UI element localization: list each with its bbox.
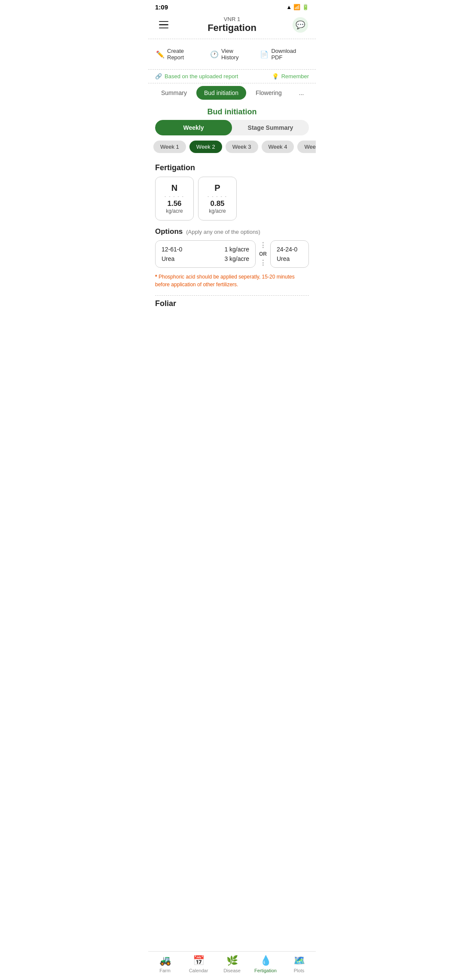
- chat-icon: 💬: [293, 17, 308, 33]
- tab-flowering[interactable]: Flowering: [248, 86, 290, 100]
- or-dot-bottom: ⋮: [259, 259, 266, 267]
- status-time: 1:09: [155, 3, 168, 11]
- download-pdf-icon: 📄: [260, 50, 269, 58]
- info-left-text: Based on the uploaded report: [165, 73, 238, 80]
- remember-icon: 💡: [272, 73, 279, 80]
- signal-icon: 📶: [293, 4, 300, 10]
- nutrient-n-unit: kg/acre: [163, 208, 186, 214]
- option-b-card: 24-24-0 Urea: [270, 240, 309, 268]
- info-bar: 🔗 Based on the uploaded report 💡 Remembe…: [148, 70, 316, 83]
- nutrient-p-unit: kg/acre: [206, 208, 229, 214]
- week-row: Week 1 Week 2 Week 3 Week 4 Week 5 Wee..…: [148, 141, 316, 158]
- or-label: OR: [259, 251, 267, 257]
- option-b-product-2: Urea: [277, 255, 290, 262]
- battery-icon: 🔋: [302, 4, 309, 10]
- info-icon: 🔗: [155, 73, 162, 80]
- note-star: *: [155, 274, 159, 280]
- tabs-row: Summary Bud initiation Flowering ...: [148, 83, 316, 102]
- header-title: Fertigation: [208, 22, 256, 34]
- download-pdf-button[interactable]: 📄 Download PDF: [256, 45, 312, 63]
- download-pdf-label: Download PDF: [271, 48, 308, 61]
- info-right[interactable]: 💡 Remember: [272, 73, 309, 80]
- info-left[interactable]: 🔗 Based on the uploaded report: [155, 73, 238, 80]
- fertigation-title: Fertigation: [155, 158, 309, 177]
- view-history-icon: 🕐: [210, 50, 219, 58]
- create-report-label: Create Report: [167, 48, 201, 61]
- options-header: Options (Apply any one of the options): [155, 227, 309, 236]
- note-content: Phosphoric acid should be applied sepera…: [155, 274, 295, 288]
- toggle-row: Weekly Stage Summary: [155, 120, 309, 135]
- week-4-pill[interactable]: Week 4: [262, 141, 294, 153]
- or-dot-top: ⋮: [259, 241, 266, 249]
- week-2-pill[interactable]: Week 2: [189, 141, 222, 153]
- option-b-line-1: 24-24-0: [277, 246, 302, 253]
- option-a-amount-1: 1 kg/acre: [224, 246, 249, 253]
- options-title: Options: [155, 227, 183, 236]
- week-1-pill[interactable]: Week 1: [153, 141, 186, 153]
- nutrient-n-letter: N: [163, 183, 186, 193]
- action-row: ✏️ Create Report 🕐 View History 📄 Downlo…: [148, 39, 316, 69]
- tab-summary[interactable]: Summary: [153, 86, 195, 100]
- chat-button[interactable]: 💬: [292, 16, 309, 34]
- option-a-product-1: 12-61-0: [162, 246, 182, 253]
- option-a-product-2: Urea: [162, 255, 174, 262]
- tab-bud-initiation[interactable]: Bud initiation: [196, 86, 246, 100]
- tab-more[interactable]: ...: [291, 86, 312, 100]
- header-title-block: VNR 1 Fertigation: [208, 16, 256, 34]
- header: VNR 1 Fertigation 💬: [148, 12, 316, 39]
- options-sub: (Apply any one of the options): [186, 229, 260, 235]
- info-right-text: Remember: [281, 73, 309, 80]
- status-bar: 1:09 ▲ 📶 🔋: [148, 0, 316, 12]
- wifi-icon: ▲: [286, 4, 292, 10]
- or-separator: ⋮ OR ⋮: [258, 240, 268, 268]
- header-subtitle: VNR 1: [208, 16, 256, 22]
- view-history-button[interactable]: 🕐 View History: [206, 45, 256, 63]
- fertigation-note: * Phosphoric acid should be applied sepe…: [155, 273, 309, 288]
- option-a-line-2: Urea 3 kg/acre: [162, 255, 249, 262]
- nutrient-n-value: 1.56: [163, 199, 186, 208]
- option-a-card: 12-61-0 1 kg/acre Urea 3 kg/acre: [155, 240, 256, 268]
- nutrient-n-card: N - - - - - 1.56 kg/acre: [155, 177, 194, 220]
- foliar-title: Foliar: [155, 296, 309, 313]
- nutrient-p-value: 0.85: [206, 199, 229, 208]
- option-b-line-2: Urea: [277, 255, 302, 262]
- content-area: Fertigation N - - - - - 1.56 kg/acre P -…: [148, 158, 316, 313]
- week-3-pill[interactable]: Week 3: [226, 141, 258, 153]
- menu-button[interactable]: [155, 16, 172, 34]
- create-report-button[interactable]: ✏️ Create Report: [152, 45, 206, 63]
- options-row: 12-61-0 1 kg/acre Urea 3 kg/acre ⋮ OR ⋮ …: [155, 240, 309, 268]
- option-a-amount-2: 3 kg/acre: [224, 255, 249, 262]
- week-5-pill[interactable]: Week 5: [297, 141, 316, 153]
- nutrient-n-dots: - - - - -: [163, 194, 186, 199]
- create-report-icon: ✏️: [156, 50, 165, 58]
- view-history-label: View History: [221, 48, 251, 61]
- nutrient-p-letter: P: [206, 183, 229, 193]
- weekly-toggle[interactable]: Weekly: [155, 120, 232, 135]
- nutrient-cards: N - - - - - 1.56 kg/acre P - - - - - 0.8…: [155, 177, 309, 220]
- menu-icon: [159, 21, 168, 29]
- status-icons: ▲ 📶 🔋: [286, 4, 309, 10]
- option-a-line-1: 12-61-0 1 kg/acre: [162, 246, 249, 253]
- stage-summary-toggle[interactable]: Stage Summary: [232, 120, 309, 135]
- option-b-product-1: 24-24-0: [277, 246, 297, 253]
- nutrient-p-card: P - - - - - 0.85 kg/acre: [198, 177, 237, 220]
- section-heading: Bud initiation: [148, 102, 316, 120]
- nutrient-p-dots: - - - - -: [206, 194, 229, 199]
